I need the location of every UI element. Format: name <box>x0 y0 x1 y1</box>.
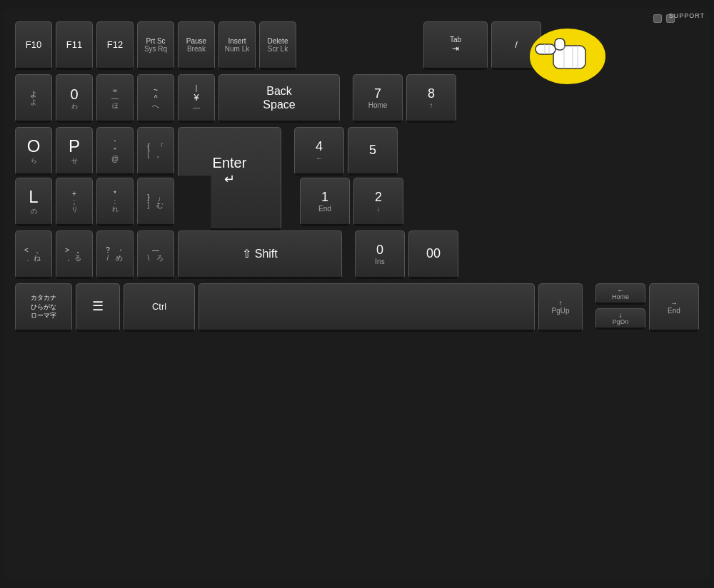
key-np7[interactable]: 7 Home <box>353 74 403 123</box>
key-np4[interactable]: 4 ← <box>294 127 344 176</box>
bottom-row: カタカナひらがなローマ字 ☰ Ctrl ↑ PgUp ← Home ↓ PgDn… <box>15 283 699 332</box>
key-prtsc[interactable]: Prt Sc Sys Rq <box>137 21 174 70</box>
key-pgup[interactable]: ↑ PgUp <box>538 283 583 332</box>
key-slash[interactable]: ? ・ / め <box>96 230 134 279</box>
key-at[interactable]: ' " @ <box>96 127 134 176</box>
key-o[interactable]: O ら <box>15 127 52 176</box>
key-backslash[interactable]: — \ ろ <box>137 230 174 279</box>
home-row: L の + ; り * : れ } 」 ] む 1 End 2 ↓ <box>15 178 699 226</box>
key-tilde-he[interactable]: ~ ^ へ <box>137 74 174 123</box>
key-f12[interactable]: F12 <box>96 21 134 70</box>
key-yen[interactable]: | ¥ — <box>178 74 215 123</box>
key-pause[interactable]: Pause Break <box>178 21 215 70</box>
key-bracket-close[interactable]: } 」 ] む <box>137 178 174 226</box>
key-backspace[interactable]: Back Space <box>218 74 340 123</box>
dot-1 <box>653 14 662 23</box>
key-end-bottom[interactable]: → End <box>649 283 699 332</box>
key-enter-container: Enter ↵ <box>178 127 281 230</box>
key-colon[interactable]: * : れ <box>96 178 134 226</box>
key-space[interactable] <box>198 283 535 332</box>
key-np2[interactable]: 2 ↓ <box>353 178 403 226</box>
key-delete[interactable]: Delete Scr Lk <box>259 21 296 70</box>
key-enter[interactable]: Enter ↵ <box>178 127 281 230</box>
support-label: SUPPORT <box>669 12 705 19</box>
key-period[interactable]: > 。 。る <box>56 230 93 279</box>
key-l[interactable]: L の <box>15 178 52 226</box>
key-insert[interactable]: Insert Num Lk <box>218 21 256 70</box>
key-comma[interactable]: < 、 、ね <box>15 230 52 279</box>
key-ctrl-bottom[interactable]: Ctrl <box>124 283 195 332</box>
key-menu[interactable]: ☰ <box>76 283 120 332</box>
key-katakana[interactable]: カタカナひらがなローマ字 <box>15 283 72 332</box>
key-yo[interactable]: よ よ <box>15 74 52 123</box>
key-np5[interactable]: 5 <box>348 127 398 176</box>
key-f10[interactable]: F10 <box>15 21 52 70</box>
shift-row: < 、 、ね > 。 。る ? ・ / め — \ ろ ⇧ Shift 0 In… <box>15 230 699 279</box>
arrow-cluster: ← Home ↓ PgDn <box>595 283 645 330</box>
svg-rect-3 <box>555 39 565 50</box>
key-tab[interactable]: Tab ⇥ <box>423 21 488 70</box>
svg-rect-2 <box>536 44 555 54</box>
key-p[interactable]: P せ <box>56 127 93 176</box>
key-np0[interactable]: 0 Ins <box>355 230 405 279</box>
key-bracket-open[interactable]: { 「 [ 。 <box>137 127 174 176</box>
key-home-bottom[interactable]: ← Home <box>595 283 645 305</box>
key-semi[interactable]: + ; り <box>56 178 93 226</box>
key-np8[interactable]: 8 ↑ <box>406 74 456 123</box>
key-0-wa[interactable]: 0 わ <box>56 74 93 123</box>
key-f11[interactable]: F11 <box>56 21 93 70</box>
key-minus-ho[interactable]: ＝ — ほ <box>96 74 134 123</box>
key-np1[interactable]: 1 End <box>300 178 350 226</box>
key-np00[interactable]: 00 <box>408 230 458 279</box>
key-shift-right[interactable]: ⇧ Shift <box>178 230 342 279</box>
pointing-hand-annotation <box>521 24 593 81</box>
keyboard: SUPPORT F10 F11 F12 Prt Sc Sys Rq Pause … <box>4 9 710 579</box>
key-pgdn-bottom[interactable]: ↓ PgDn <box>595 308 645 330</box>
